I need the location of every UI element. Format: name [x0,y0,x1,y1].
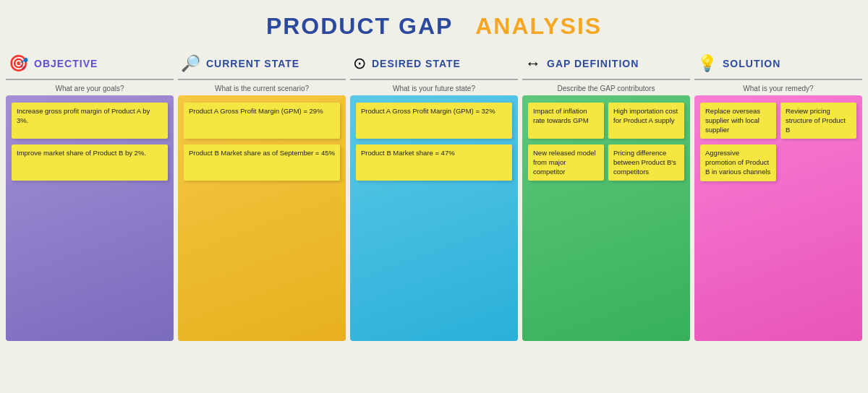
sticky-cur-2: Product B Market share as of September =… [184,144,340,181]
solution-left-col: Replace overseas supplier with local sup… [700,103,776,181]
column-solution: 💡 SOLUTION What is your remedy? Replace … [694,48,862,341]
columns-container: 🎯 OBJECTIVE What are your goals? Increas… [0,48,868,341]
sticky-sol-r1: Review pricing structure of Product B [780,103,856,139]
sticky-gap-r2: Pricing difference between Product B's c… [608,144,684,181]
sticky-obj-2: Improve market share of Product B by 2%. [12,144,168,181]
gap-right-col: High importation cost for Product A supp… [608,103,684,181]
gap-subtitle: Describe the GAP contributors [522,83,690,95]
solution-right-col: Review pricing structure of Product B [780,103,856,181]
sticky-des-1: Product A Gross Profit Margin (GPM) = 32… [356,103,512,139]
objective-body: Increase gross profit margin of Product … [6,95,174,341]
objective-icon: 🎯 [9,54,28,73]
gap-icon: ↔ [525,54,541,73]
gap-body: Impact of inflation rate towards GPM New… [522,95,690,341]
sticky-obj-1: Increase gross profit margin of Product … [12,103,168,139]
current-header: 🔎 CURRENT STATE [178,48,346,80]
desired-title: DESIRED STATE [372,58,461,69]
sticky-sol-l1: Replace overseas supplier with local sup… [700,103,776,139]
gap-left-col: Impact of inflation rate towards GPM New… [528,103,604,181]
solution-header: 💡 SOLUTION [694,48,862,80]
desired-body: Product A Gross Profit Margin (GPM) = 32… [350,95,518,341]
current-title: CURRENT STATE [206,58,299,69]
solution-title: SOLUTION [723,58,780,69]
solution-body: Replace overseas supplier with local sup… [694,95,862,341]
gap-inner: Impact of inflation rate towards GPM New… [528,103,684,181]
current-body: Product A Gross Profit Margin (GPM) = 29… [178,95,346,341]
desired-header: ⊙ DESIRED STATE [350,48,518,80]
column-desired: ⊙ DESIRED STATE What is your future stat… [350,48,518,341]
solution-icon: 💡 [697,54,717,73]
column-current: 🔎 CURRENT STATE What is the current scen… [178,48,346,341]
title-analysis: ANALYSIS [475,13,602,39]
sticky-des-2: Product B Market share = 47% [356,144,512,181]
sticky-gap-r1: High importation cost for Product A supp… [608,103,684,139]
current-icon: 🔎 [181,54,200,73]
column-gap: ↔ GAP DEFINITION Describe the GAP contri… [522,48,690,341]
column-objective: 🎯 OBJECTIVE What are your goals? Increas… [6,48,174,341]
desired-subtitle: What is your future state? [350,83,518,95]
page-title: PRODUCT GAP ANALYSIS [0,0,868,48]
gap-header: ↔ GAP DEFINITION [522,48,690,80]
gap-title: GAP DEFINITION [547,58,639,69]
objective-title: OBJECTIVE [34,58,98,69]
solution-inner: Replace overseas supplier with local sup… [700,103,856,181]
objective-subtitle: What are your goals? [6,83,174,95]
sticky-cur-1: Product A Gross Profit Margin (GPM) = 29… [184,103,340,139]
sticky-gap-l2: New released model from major competitor [528,144,604,181]
desired-icon: ⊙ [353,54,366,73]
sticky-sol-l2: Aggressive promotion of Product B in var… [700,144,776,181]
solution-subtitle: What is your remedy? [694,83,862,95]
title-product: PRODUCT GAP [266,13,453,39]
sticky-gap-l1: Impact of inflation rate towards GPM [528,103,604,139]
current-subtitle: What is the current scenario? [178,83,346,95]
objective-header: 🎯 OBJECTIVE [6,48,174,80]
